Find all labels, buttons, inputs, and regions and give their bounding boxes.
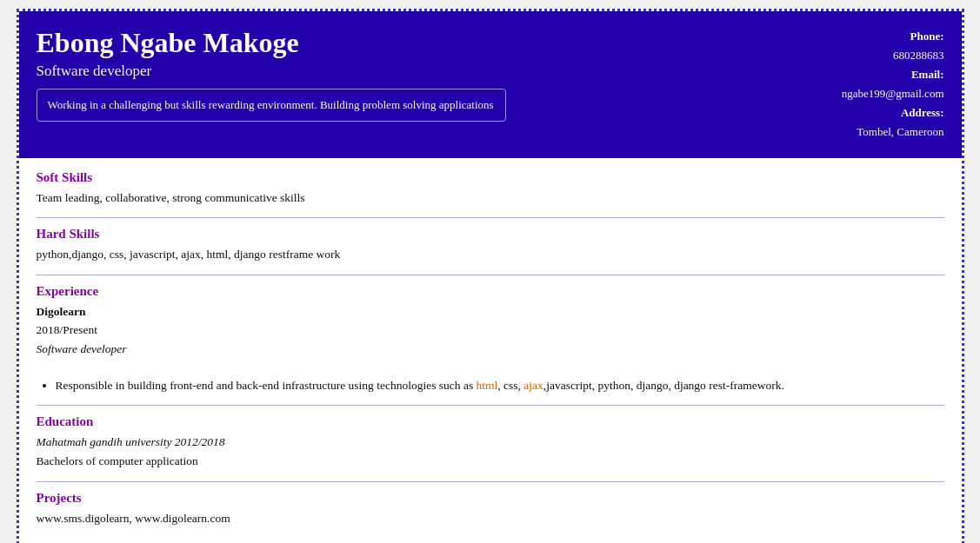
experience-content: Digolearn 2018/Present Software develope… <box>37 302 944 395</box>
education-section: Education Mahatmah gandih university 201… <box>37 414 944 470</box>
experience-section: Experience Digolearn 2018/Present Softwa… <box>37 284 944 395</box>
education-degree: Bachelors of computer application <box>37 452 944 471</box>
header-left: Ebong Ngabe Makoge Software developer Wo… <box>37 27 770 122</box>
experience-company: Digolearn <box>37 302 944 321</box>
hard-skills-title: Hard Skills <box>37 227 944 242</box>
hard-skills-content: python,django, css, javascript, ajax, ht… <box>37 245 944 264</box>
projects-section: Projects www.sms.digolearn, www.digolear… <box>37 491 944 528</box>
summary-text: Working in a challenging but skills rewa… <box>48 98 494 111</box>
experience-title: Experience <box>37 284 944 299</box>
summary-box: Working in a challenging but skills rewa… <box>37 89 506 122</box>
exp-text-mid1: , css, <box>497 379 523 392</box>
exp-highlight-ajax: ajax <box>523 379 543 392</box>
experience-role: Software developer <box>37 340 944 359</box>
candidate-name: Ebong Ngabe Makoge <box>37 27 770 59</box>
contact-info: Phone: 680288683 Email: ngabe199@gmail.c… <box>770 27 944 142</box>
exp-text-end: ,javascript, python, django, django rest… <box>543 379 784 392</box>
header-section: Ebong Ngabe Makoge Software developer Wo… <box>19 11 962 158</box>
projects-links: www.sms.digolearn, www.digolearn.com <box>37 509 944 528</box>
soft-skills-section: Soft Skills Team leading, collaborative,… <box>37 170 944 208</box>
address-label: Address: <box>901 106 944 119</box>
resume-body: Soft Skills Team leading, collaborative,… <box>19 158 962 543</box>
exp-text-pre: Responsible in building front-end and ba… <box>56 379 477 392</box>
exp-highlight-html: html <box>477 379 498 392</box>
divider-2 <box>37 275 944 275</box>
divider-4 <box>37 481 944 482</box>
experience-item: Responsible in building front-end and ba… <box>56 377 944 394</box>
education-title: Education <box>37 414 944 429</box>
projects-title: Projects <box>37 491 944 506</box>
email-label: Email: <box>911 68 944 81</box>
candidate-title: Software developer <box>37 63 770 80</box>
email-value: ngabe199@gmail.com <box>842 87 944 100</box>
divider-1 <box>37 217 944 218</box>
education-content: Mahatmah gandih university 2012/2018 Bac… <box>37 433 944 470</box>
phone-label: Phone: <box>910 30 944 43</box>
soft-skills-title: Soft Skills <box>37 170 944 185</box>
experience-list: Responsible in building front-end and ba… <box>56 377 944 394</box>
education-university: Mahatmah gandih university 2012/2018 <box>37 433 944 452</box>
experience-period: 2018/Present <box>37 321 944 340</box>
divider-3 <box>37 405 944 406</box>
soft-skills-content: Team leading, collaborative, strong comm… <box>37 189 944 208</box>
resume-container: Ebong Ngabe Makoge Software developer Wo… <box>17 9 964 543</box>
hard-skills-section: Hard Skills python,django, css, javascri… <box>37 227 944 264</box>
address-value: Tombel, Cameroon <box>857 125 943 138</box>
phone-value: 680288683 <box>893 49 944 62</box>
